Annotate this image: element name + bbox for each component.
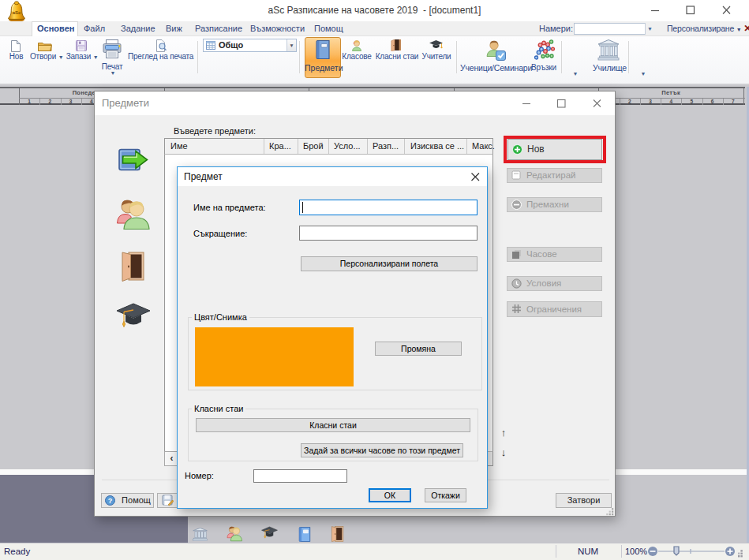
- svg-text:aSc: aSc: [13, 10, 21, 15]
- svg-text:?: ?: [108, 497, 113, 505]
